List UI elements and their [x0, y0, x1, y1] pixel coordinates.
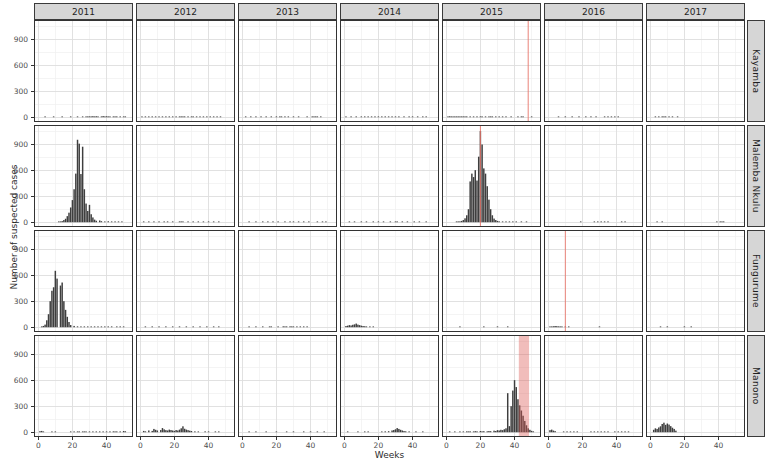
facet-panel-fungurume-2011	[34, 230, 133, 332]
facet-col-strip-2016: 2016	[544, 3, 643, 20]
facet-panel-kayamba-2016	[544, 20, 643, 122]
facet-col-strip-2012: 2012	[136, 3, 235, 20]
facet-col-strip-2017: 2017	[646, 3, 745, 20]
panel-plot-area	[442, 125, 541, 227]
panel-plot-area	[238, 335, 337, 437]
panel-plot-area	[34, 230, 133, 332]
panel-plot-area	[340, 20, 439, 122]
faceted-histogram-figure: Number of suspected cases Weeks 20110204…	[0, 0, 778, 465]
facet-row-strip-manono: Manono	[747, 335, 765, 437]
facet-panel-kayamba-2015	[442, 20, 541, 122]
panel-plot-area	[442, 230, 541, 332]
x-tick-label: 0	[640, 441, 660, 450]
panel-plot-area	[136, 230, 235, 332]
y-tick-label: 300	[0, 402, 28, 411]
y-tick-label: 600	[0, 61, 28, 70]
x-tick-label: 20	[470, 441, 490, 450]
x-tick-label: 40	[199, 441, 219, 450]
y-tick-label: 300	[0, 297, 28, 306]
y-tick-label: 900	[0, 35, 28, 44]
panel-plot-area	[238, 230, 337, 332]
x-tick-label: 40	[97, 441, 117, 450]
x-tick-mark	[140, 437, 141, 440]
x-tick-label: 40	[607, 441, 627, 450]
x-tick-mark	[582, 437, 583, 440]
facet-col-label: 2013	[276, 7, 299, 17]
x-tick-mark	[208, 437, 209, 440]
x-tick-mark	[72, 437, 73, 440]
facet-panel-manono-2014	[340, 335, 439, 437]
facet-panel-malemba-nkulu-2011	[34, 125, 133, 227]
panel-plot-area	[544, 335, 643, 437]
facet-col-label: 2012	[174, 7, 197, 17]
x-tick-label: 0	[28, 441, 48, 450]
facet-row-strip-malemba-nkulu: Malemba Nkulu	[747, 125, 765, 227]
facet-panel-fungurume-2013	[238, 230, 337, 332]
facet-panel-malemba-nkulu-2017	[646, 125, 745, 227]
x-tick-label: 0	[130, 441, 150, 450]
facet-col-strip-2011: 2011	[34, 3, 133, 20]
panel-plot-area	[544, 20, 643, 122]
panel-plot-area	[34, 335, 133, 437]
x-tick-mark	[684, 437, 685, 440]
facet-col-label: 2017	[684, 7, 707, 17]
facet-panel-manono-2012	[136, 335, 235, 437]
x-tick-mark	[344, 437, 345, 440]
x-tick-label: 40	[709, 441, 729, 450]
facet-panel-kayamba-2012	[136, 20, 235, 122]
facet-col-label: 2014	[378, 7, 401, 17]
facet-col-label: 2015	[480, 7, 503, 17]
facet-panel-kayamba-2011	[34, 20, 133, 122]
x-tick-label: 40	[301, 441, 321, 450]
facet-panel-kayamba-2017	[646, 20, 745, 122]
facet-panel-manono-2017	[646, 335, 745, 437]
facet-panel-malemba-nkulu-2013	[238, 125, 337, 227]
facet-panel-fungurume-2015	[442, 230, 541, 332]
facet-panel-manono-2013	[238, 335, 337, 437]
panel-plot-area	[136, 125, 235, 227]
y-tick-label: 900	[0, 350, 28, 359]
facet-panel-fungurume-2016	[544, 230, 643, 332]
x-tick-mark	[378, 437, 379, 440]
facet-row-strip-fungurume: Fungurume	[747, 230, 765, 332]
x-tick-mark	[242, 437, 243, 440]
y-tick-label: 600	[0, 166, 28, 175]
facet-panel-malemba-nkulu-2016	[544, 125, 643, 227]
x-tick-label: 20	[62, 441, 82, 450]
panel-plot-area	[34, 125, 133, 227]
facet-panel-malemba-nkulu-2015	[442, 125, 541, 227]
panel-plot-area	[238, 20, 337, 122]
x-axis-title: Weeks	[34, 450, 745, 460]
panel-plot-area	[646, 125, 745, 227]
facet-col-label: 2016	[582, 7, 605, 17]
x-tick-mark	[446, 437, 447, 440]
panel-plot-area	[340, 125, 439, 227]
x-tick-label: 40	[505, 441, 525, 450]
panel-plot-area	[34, 20, 133, 122]
x-tick-mark	[412, 437, 413, 440]
y-tick-label: 900	[0, 140, 28, 149]
x-tick-mark	[276, 437, 277, 440]
facet-panel-manono-2011	[34, 335, 133, 437]
panel-plot-area	[442, 335, 541, 437]
panel-plot-area	[238, 125, 337, 227]
facet-col-strip-2014: 2014	[340, 3, 439, 20]
x-tick-label: 20	[164, 441, 184, 450]
panel-plot-area	[646, 230, 745, 332]
panel-plot-area	[442, 20, 541, 122]
x-tick-label: 0	[232, 441, 252, 450]
facet-panel-kayamba-2013	[238, 20, 337, 122]
x-tick-mark	[480, 437, 481, 440]
panel-plot-area	[646, 335, 745, 437]
x-tick-label: 0	[538, 441, 558, 450]
x-tick-label: 0	[334, 441, 354, 450]
facet-row-label: Malemba Nkulu	[751, 139, 761, 213]
facet-panel-manono-2015	[442, 335, 541, 437]
y-tick-label: 600	[0, 271, 28, 280]
x-tick-mark	[310, 437, 311, 440]
x-tick-mark	[718, 437, 719, 440]
facet-panel-kayamba-2014	[340, 20, 439, 122]
x-tick-label: 20	[674, 441, 694, 450]
panel-plot-area	[646, 20, 745, 122]
x-tick-mark	[174, 437, 175, 440]
